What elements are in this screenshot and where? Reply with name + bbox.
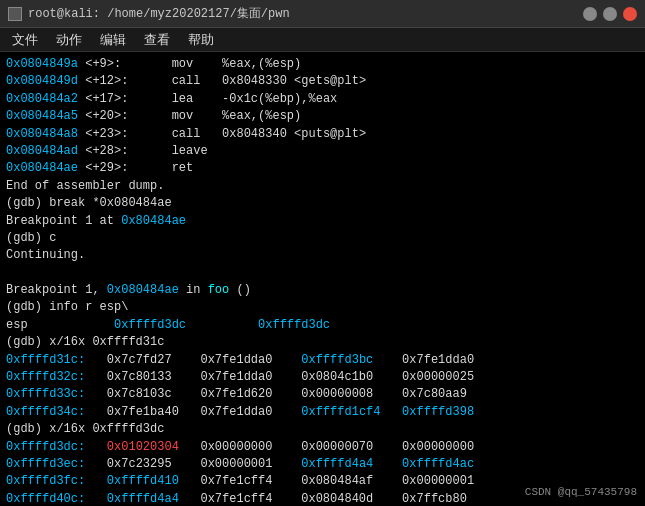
title-text: root@kali: /home/myz20202127/集面/pwn xyxy=(28,5,290,22)
menu-action[interactable]: 动作 xyxy=(48,29,90,51)
minimize-button[interactable] xyxy=(583,7,597,21)
menu-help[interactable]: 帮助 xyxy=(180,29,222,51)
close-button[interactable] xyxy=(623,7,637,21)
menu-file[interactable]: 文件 xyxy=(4,29,46,51)
terminal[interactable]: 0x0804849a <+9>: mov %eax,(%esp) 0x08048… xyxy=(0,52,645,506)
maximize-button[interactable] xyxy=(603,7,617,21)
menu-edit[interactable]: 编辑 xyxy=(92,29,134,51)
menu-bar: 文件 动作 编辑 查看 帮助 xyxy=(0,28,645,52)
window-controls xyxy=(583,7,637,21)
watermark: CSDN @qq_57435798 xyxy=(525,486,637,498)
title-bar: root@kali: /home/myz20202127/集面/pwn xyxy=(0,0,645,28)
window-icon xyxy=(8,7,22,21)
menu-view[interactable]: 查看 xyxy=(136,29,178,51)
